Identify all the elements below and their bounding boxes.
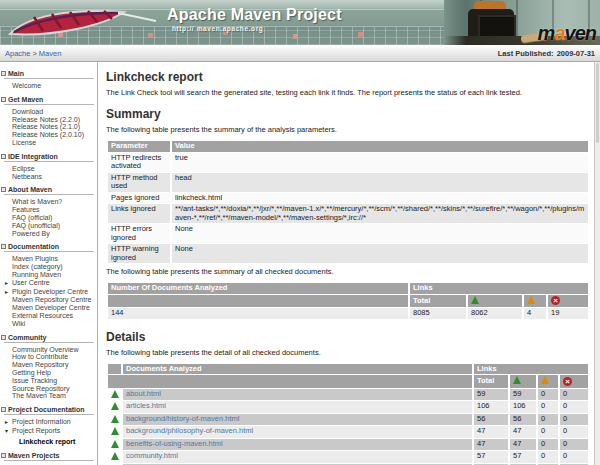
- sidebar-item-download[interactable]: Download: [4, 108, 94, 116]
- links-warning-value: 0: [538, 414, 558, 426]
- document-link[interactable]: background/philosophy-of-maven.html: [126, 426, 253, 435]
- sidebar-section-main: Main: [4, 70, 94, 79]
- column-header-links: Links: [410, 283, 588, 294]
- document-link[interactable]: benefits-of-using-maven.html: [126, 439, 223, 448]
- section-marker-icon: [1, 407, 6, 412]
- section-marker-icon: [1, 97, 6, 102]
- breadcrumb-separator: >: [32, 49, 36, 58]
- table-row: HTTP errors ignored None: [108, 224, 588, 243]
- intro-text: The Link Check tool will search the gene…: [106, 88, 590, 97]
- param-name: HTTP redirects activated: [108, 153, 170, 172]
- sidebar-item-welcome[interactable]: Welcome: [4, 82, 94, 90]
- links-success-value: 56: [510, 414, 536, 426]
- document-link[interactable]: articles.html: [126, 401, 166, 410]
- column-header-num-docs: Number Of Documents Analyzed: [108, 283, 408, 294]
- sidebar-item-faq-unofficial[interactable]: FAQ (unofficial): [4, 222, 94, 230]
- last-published-date: 2009-07-31: [557, 49, 595, 58]
- param-name: Pages ignored: [108, 193, 170, 204]
- links-warning-value: 4: [524, 308, 546, 319]
- summary-table: Number Of Documents Analyzed Links Total…: [106, 282, 590, 320]
- docs-intro-text: The following table presents the summary…: [106, 267, 590, 276]
- sidebar-item-maven-developer-centre[interactable]: Maven Developer Centre: [4, 304, 94, 312]
- sidebar-item-release-notes-220[interactable]: Release Notes (2.2.0): [4, 116, 94, 124]
- param-value: linkcheck.html: [172, 193, 588, 204]
- sidebar-item-issue-tracking[interactable]: Issue Tracking: [4, 377, 94, 385]
- table-row: background/philosophy-of-maven.html 47 4…: [108, 426, 588, 438]
- column-header-error: [548, 295, 588, 308]
- sidebar-item-index-category[interactable]: Index (category): [4, 263, 94, 271]
- sidebar-item-eclipse[interactable]: Eclipse: [4, 165, 94, 173]
- links-total-value: 47: [474, 439, 508, 451]
- empty-header-cell: [108, 364, 121, 375]
- sidebar-item-powered-by[interactable]: Powered By: [4, 230, 94, 238]
- sidebar: Main Welcome Get Maven Download Release …: [0, 62, 98, 465]
- sidebar-item-license[interactable]: License: [4, 139, 94, 147]
- table-row: background/history-of-maven.html 56 56 0…: [108, 414, 588, 426]
- sidebar-section-community: Community: [4, 334, 94, 343]
- breadcrumb-link-maven[interactable]: Maven: [39, 49, 62, 58]
- sidebar-item-what-is-maven[interactable]: What is Maven?: [4, 198, 94, 206]
- params-intro-text: The following table presents the summary…: [106, 125, 590, 134]
- section-marker-icon: [1, 244, 6, 249]
- site-banner: Apache Maven Project http:// maven.apach…: [0, 0, 600, 45]
- details-heading: Details: [106, 330, 590, 344]
- apache-feather-icon: [4, 4, 166, 44]
- section-marker-icon: [1, 187, 6, 192]
- chevron-right-icon: ▸: [5, 280, 12, 288]
- num-docs-value: 144: [108, 308, 408, 319]
- table-row: Pages ignored linkcheck.html: [108, 193, 588, 204]
- links-success-value: 57: [510, 451, 536, 463]
- links-success-value: 59: [510, 389, 536, 401]
- param-value: None: [172, 224, 588, 243]
- breadcrumb-link-apache[interactable]: Apache: [5, 49, 30, 58]
- sidebar-item-project-information[interactable]: ▸Project Information: [4, 418, 94, 427]
- sidebar-item-user-centre[interactable]: ▸User Centre: [4, 279, 94, 288]
- sidebar-item-netbeans[interactable]: Netbeans: [4, 173, 94, 181]
- sidebar-item-plugin-developer-centre[interactable]: ▸Plugin Developer Centre: [4, 288, 94, 297]
- sidebar-item-project-reports[interactable]: ▾Project Reports: [4, 427, 94, 436]
- links-error-value: 0: [560, 451, 588, 463]
- document-link[interactable]: about.html: [126, 389, 161, 398]
- sidebar-section-ide-integration: IDE Integration: [4, 153, 94, 162]
- column-header-value: Value: [172, 141, 588, 152]
- sidebar-item-maven-repository-centre[interactable]: Maven Repository Centre: [4, 296, 94, 304]
- sidebar-item-community-overview[interactable]: Community Overview: [4, 346, 94, 354]
- scrollbar-thumb[interactable]: [596, 63, 599, 143]
- document-link[interactable]: community.html: [126, 451, 178, 460]
- sidebar-item-running-maven[interactable]: Running Maven: [4, 271, 94, 279]
- sidebar-item-features[interactable]: Features: [4, 206, 94, 214]
- sidebar-item-external-resources[interactable]: External Resources: [4, 312, 94, 320]
- sidebar-item-maven-repository[interactable]: Maven Repository: [4, 361, 94, 369]
- table-row: benefits-of-using-maven.html 47 47 0 0: [108, 439, 588, 451]
- sidebar-item-release-notes-210[interactable]: Release Notes (2.1.0): [4, 123, 94, 131]
- success-icon: [471, 296, 479, 304]
- details-intro-text: The following table presents the detail …: [106, 348, 590, 357]
- sidebar-item-linkcheck-report[interactable]: Linkcheck report: [4, 438, 94, 446]
- links-success-value: 106: [510, 401, 536, 413]
- param-value: None: [172, 244, 588, 263]
- banner-fade: [444, 0, 466, 45]
- column-header-error: [560, 375, 588, 388]
- sidebar-item-release-notes-2010[interactable]: Release Notes (2.0.10): [4, 131, 94, 139]
- table-row: community.html 57 57 0 0: [108, 451, 588, 463]
- success-icon: [513, 376, 521, 384]
- document-link[interactable]: background/history-of-maven.html: [126, 414, 239, 423]
- sidebar-section-documentation: Documentation: [4, 243, 94, 252]
- sidebar-item-maven-plugins[interactable]: Maven Plugins: [4, 255, 94, 263]
- links-warning-value: 0: [538, 426, 558, 438]
- success-icon: [111, 415, 119, 423]
- section-marker-icon: [1, 71, 6, 76]
- scrollbar[interactable]: [594, 62, 600, 465]
- section-marker-icon: [1, 453, 6, 458]
- links-success-value: 8062: [468, 308, 522, 319]
- column-header-success: [468, 295, 522, 308]
- links-total-value: 106: [474, 401, 508, 413]
- sidebar-item-the-maven-team[interactable]: The Maven Team: [4, 392, 94, 400]
- column-header-parameter: Parameter: [108, 141, 170, 152]
- sidebar-item-getting-help[interactable]: Getting Help: [4, 369, 94, 377]
- sidebar-item-source-repository[interactable]: Source Repository: [4, 385, 94, 393]
- parameters-table: Parameter Value HTTP redirects activated…: [106, 140, 590, 264]
- sidebar-item-faq-official[interactable]: FAQ (official): [4, 214, 94, 222]
- sidebar-item-wiki[interactable]: Wiki: [4, 320, 94, 328]
- sidebar-item-how-to-contribute[interactable]: How to Contribute: [4, 353, 94, 361]
